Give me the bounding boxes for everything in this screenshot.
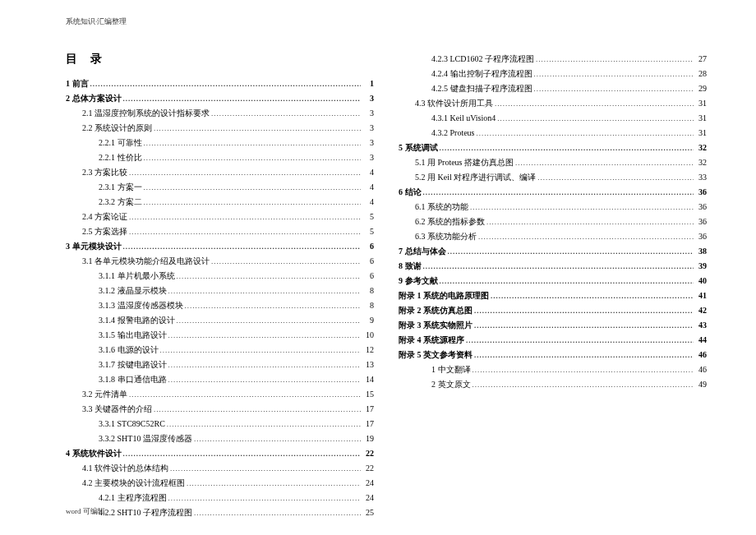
toc-entry-page: 22 (362, 446, 374, 461)
toc-entry-title: 6.3 系统功能分析 (415, 229, 477, 244)
toc-entry: 3.1.4 报警电路的设计9 (66, 313, 374, 328)
toc-entry-page: 24 (362, 491, 374, 505)
toc-entry-title: 5 系统调试 (399, 141, 438, 155)
toc-dots (168, 328, 362, 343)
toc-dots (472, 377, 694, 392)
toc-entry-title: 4.2.2 SHT10 子程序流程图 (99, 505, 192, 520)
toc-dots (168, 491, 362, 505)
toc-entry: 6 结论36 (399, 185, 707, 200)
toc-entry: 4 系统软件设计22 (66, 446, 374, 461)
toc-dots (177, 313, 362, 328)
toc-entry: 4.3.2 Proteus31 (399, 126, 707, 141)
toc-entry-page: 17 (362, 402, 374, 417)
toc-entry-title: 3.1.4 报警电路的设计 (99, 313, 175, 328)
toc-entry: 4.3 软件设计所用工具31 (399, 96, 707, 111)
toc-entry-title: 3.3 关键器件的介绍 (82, 402, 152, 417)
toc-dots (211, 106, 361, 121)
toc-dots (515, 155, 694, 170)
toc-dots (160, 343, 362, 357)
toc-entry: 附录 5 英文参考资料46 (399, 348, 707, 362)
toc-dots (144, 136, 362, 150)
toc-entry-page: 32 (695, 155, 707, 170)
toc-dots (154, 121, 361, 136)
toc-entry: 3.2 元件清单15 (66, 387, 374, 402)
toc-dots (187, 476, 361, 491)
toc-entry-page: 9 (362, 313, 374, 328)
toc-entry: 5 系统调试32 (399, 141, 707, 155)
toc-entry: 3.1 各单元模块功能介绍及电路设计6 (66, 254, 374, 269)
toc-entry: 4.3.1 Keil uVision431 (399, 111, 707, 126)
toc-entry-page: 46 (695, 362, 707, 377)
toc-dots (168, 357, 362, 372)
toc-entry-page: 10 (362, 328, 374, 343)
toc-entry-page: 3 (362, 91, 374, 106)
toc-dots (423, 259, 694, 274)
toc-entry: 4.2 主要模块的设计流程框图24 (66, 476, 374, 491)
toc-entry-title: 6 结论 (399, 185, 422, 200)
toc-entry-title: 4.2.1 主程序流程图 (99, 491, 167, 505)
toc-entry-page: 28 (695, 67, 707, 81)
toc-entry: 3.1.6 电源的设计12 (66, 343, 374, 357)
toc-entry-title: 7 总结与体会 (399, 244, 446, 259)
toc-dots (491, 288, 694, 303)
toc-dots (129, 210, 361, 224)
toc-entry: 2.2.1 性价比3 (66, 150, 374, 165)
toc-entry-title: 2.3.1 方案一 (99, 180, 142, 195)
toc-entry-title: 2.2.1 性价比 (99, 150, 142, 165)
toc-dots (477, 126, 694, 141)
toc-entry-title: 附录 5 英文参考资料 (399, 348, 472, 362)
toc-entry-title: 3.1.1 单片机最小系统 (99, 269, 175, 284)
toc-entry-page: 49 (695, 377, 707, 392)
toc-list-left: 1 前言12 总体方案设计32.1 温湿度控制系统的设计指标要求32.2 系统设… (66, 76, 374, 520)
toc-entry: 4.2.3 LCD1602 子程序流程图27 (399, 52, 707, 67)
left-column: 目 录 1 前言12 总体方案设计32.1 温湿度控制系统的设计指标要求32.2… (66, 52, 374, 520)
toc-dots (168, 372, 362, 387)
toc-entry-page: 41 (695, 288, 707, 303)
toc-entry-title: 4 系统软件设计 (66, 446, 122, 461)
toc-entry-page: 29 (695, 81, 707, 96)
toc-entry-page: 42 (695, 303, 707, 318)
toc-dots (534, 67, 694, 81)
toc-entry-page: 4 (362, 165, 374, 180)
toc-entry-title: 1 前言 (66, 76, 89, 91)
toc-dots (474, 303, 694, 318)
toc-dots (170, 461, 361, 476)
toc-entry-title: 2.3.2 方案二 (99, 195, 142, 210)
toc-entry-page: 38 (695, 244, 707, 259)
toc-entry-page: 24 (362, 476, 374, 491)
toc-entry-page: 22 (362, 461, 374, 476)
toc-entry-title: 3.1 各单元模块功能介绍及电路设计 (82, 254, 210, 269)
toc-entry-title: 2 英文原文 (431, 377, 471, 392)
toc-entry: 2 总体方案设计3 (66, 91, 374, 106)
toc-entry-page: 27 (695, 52, 707, 67)
toc-dots (90, 76, 362, 91)
toc-entry-title: 1 中文翻译 (431, 362, 471, 377)
toc-entry-page: 46 (695, 348, 707, 362)
toc-dots (536, 52, 694, 67)
toc-entry-title: 附录 3 系统实物照片 (399, 318, 472, 333)
toc-entry-page: 36 (695, 185, 707, 200)
toc-dots (478, 229, 694, 244)
toc-entry: 附录 2 系统仿真总图42 (399, 303, 707, 318)
toc-entry: 3.1.3 温湿度传感器模块8 (66, 298, 374, 313)
toc-entry: 7 总结与体会38 (399, 244, 707, 259)
toc-entry: 9 参考文献40 (399, 274, 707, 288)
toc-entry-page: 13 (362, 357, 374, 372)
toc-entry: 3.1.2 液晶显示模块8 (66, 284, 374, 298)
toc-entry-page: 36 (695, 200, 707, 214)
toc-entry: 4.2.1 主程序流程图24 (66, 491, 374, 505)
toc-entry: 3.1.1 单片机最小系统6 (66, 269, 374, 284)
toc-dots (129, 224, 361, 239)
toc-entry: 6.3 系统功能分析36 (399, 229, 707, 244)
toc-dots (440, 274, 694, 288)
toc-entry: 2.3.1 方案一4 (66, 180, 374, 195)
toc-entry: 2 英文原文49 (399, 377, 707, 392)
toc-dots (129, 387, 361, 402)
toc-entry: 3.1.5 输出电路设计10 (66, 328, 374, 343)
toc-entry-title: 4.2.3 LCD1602 子程序流程图 (431, 52, 534, 67)
toc-entry: 6.1 系统的功能36 (399, 200, 707, 214)
toc-entry: 4.1 软件设计的总体结构22 (66, 461, 374, 476)
toc-entry: 2.3.2 方案二4 (66, 195, 374, 210)
toc-entry-page: 8 (362, 298, 374, 313)
toc-entry: 2.1 温湿度控制系统的设计指标要求3 (66, 106, 374, 121)
